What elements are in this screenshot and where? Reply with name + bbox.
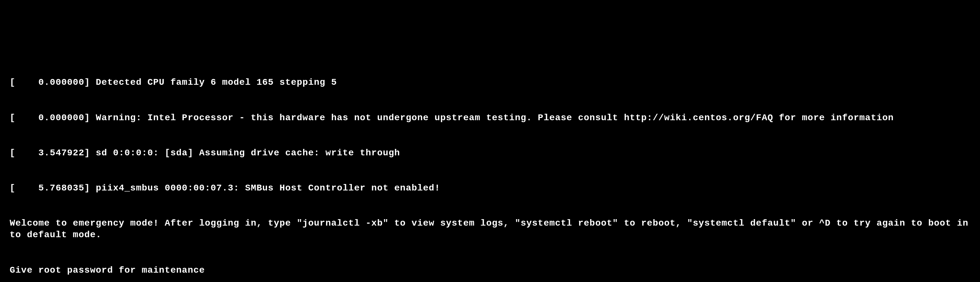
kernel-log-line: [ 0.000000] Detected CPU family 6 model … [10, 77, 970, 88]
kernel-log-line: [ 0.000000] Warning: Intel Processor - t… [10, 112, 970, 124]
kernel-log-line: [ 5.768035] piix4_smbus 0000:00:07.3: SM… [10, 182, 970, 194]
console-output: [ 0.000000] Detected CPU family 6 model … [10, 54, 970, 282]
emergency-mode-message: Welcome to emergency mode! After logging… [10, 217, 970, 241]
password-prompt-label: Give root password for maintenance [10, 265, 970, 276]
kernel-log-line: [ 3.547922] sd 0:0:0:0: [sda] Assuming d… [10, 147, 970, 159]
